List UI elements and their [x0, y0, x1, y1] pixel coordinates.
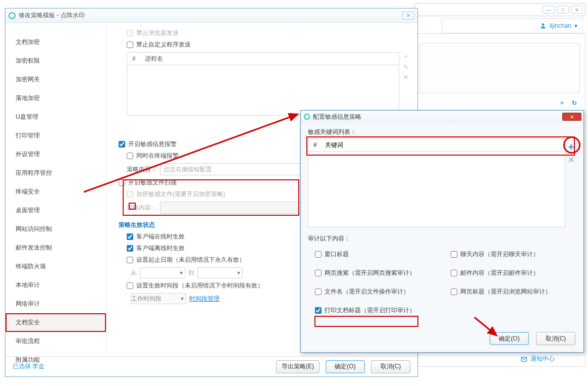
- lbl-offline: 客户端离线时生效: [136, 244, 185, 253]
- mail-icon: [520, 356, 527, 363]
- lbl-web-search: 网页搜索（需开启网页搜索审计）: [325, 269, 415, 277]
- dialog-ok-button[interactable]: 确定(O): [490, 332, 529, 345]
- cb-web-search[interactable]: [315, 270, 322, 276]
- sidebar-item-net-audit[interactable]: 网络审计: [6, 295, 106, 313]
- add-icon[interactable]: ＋: [403, 52, 409, 61]
- sidebar-item-local-audit[interactable]: 本地审计: [6, 276, 106, 295]
- cb-mail[interactable]: [451, 270, 457, 276]
- col-keyword: 关键词: [325, 141, 343, 150]
- cb-chat[interactable]: [451, 251, 457, 258]
- remove-keyword-icon[interactable]: ✕: [568, 156, 574, 164]
- parent-inner-box: [419, 43, 580, 93]
- close-icon[interactable]: ✕: [562, 113, 581, 121]
- col-hash: #: [313, 141, 317, 149]
- delete-icon[interactable]: ✕: [403, 74, 408, 81]
- lbl-mail: 邮件内容（需开启邮件审计）: [460, 269, 539, 277]
- status-text: 已选择 李金: [13, 362, 44, 371]
- lbl-from: 从: [131, 269, 137, 277]
- sidebar-item-encrypt-perm[interactable]: 加密权限: [6, 52, 106, 70]
- policy-content-placeholder: 点击右侧按钮配置: [164, 165, 212, 174]
- user-chip[interactable]: lijinchan ▾: [442, 18, 583, 33]
- cb-win-title[interactable]: [315, 251, 322, 258]
- cb-web-title[interactable]: [451, 288, 457, 295]
- cb-sens-scan[interactable]: [119, 179, 125, 186]
- dialog-cancel-button[interactable]: 取消(C): [536, 332, 575, 345]
- col-proc: 进程名: [145, 55, 163, 63]
- period-manage-link[interactable]: 时间段管理: [189, 295, 220, 303]
- lbl-period: 设置生效时间段（未启用情况下全时间段有效）: [136, 281, 263, 290]
- cb-date-range[interactable]: [127, 257, 133, 263]
- lbl-term-alert: 同时在终端报警: [136, 152, 179, 160]
- export-button[interactable]: 导出策略(E): [276, 360, 319, 373]
- process-table-body[interactable]: [127, 65, 399, 116]
- cb-print-title[interactable]: [315, 307, 322, 314]
- add-icon[interactable]: +: [560, 100, 564, 107]
- lbl-enc-sens: 加密敏感文件(需要开启加密策略): [136, 190, 225, 199]
- sidebar-item-terminal-sec[interactable]: 终端安全: [6, 182, 106, 201]
- sidebar-item-web-access[interactable]: 网站访问控制: [6, 220, 106, 238]
- keyword-list-label: 敏感关键词列表：: [308, 128, 576, 136]
- notification-center[interactable]: 通知中心: [520, 355, 555, 363]
- lbl-print-title: 打印文档标题（需开启打印审计）: [325, 306, 415, 315]
- cb-online[interactable]: [127, 233, 133, 240]
- col-hash: #: [132, 55, 136, 62]
- lbl-filename: 文件名（需开启文件操作审计）: [325, 287, 409, 296]
- sidebar-item-land-encrypt[interactable]: 落地加密: [6, 89, 106, 108]
- cb-browser-label: 禁止浏览器发送: [136, 29, 179, 37]
- sidebar-item-approval[interactable]: 审批流程: [6, 332, 106, 351]
- lbl-web-title: 网页标题（需开启浏览网站审计）: [460, 287, 551, 296]
- close-icon[interactable]: ✕: [402, 12, 414, 20]
- sidebar-item-encrypt-gateway[interactable]: 加密网关: [6, 70, 106, 89]
- sidebar-item-firewall[interactable]: 终端防火墙: [6, 257, 106, 276]
- sidebar-item-app-control[interactable]: 应用程序管控: [6, 164, 106, 182]
- lbl-sens-alert: 开启敏感信息报警: [128, 140, 177, 149]
- sidebar-item-mail-send[interactable]: 邮件发送控制: [6, 238, 106, 257]
- cb-term-alert[interactable]: [127, 153, 133, 159]
- audit-heading: 审计以下内容：: [308, 234, 576, 243]
- cb-time-period[interactable]: [127, 282, 133, 289]
- sidebar-item-print[interactable]: 打印管理: [6, 126, 106, 145]
- period-select[interactable]: 工作时间段▾: [131, 293, 186, 304]
- lbl-online: 客户端在线时生效: [136, 232, 185, 241]
- app-logo-icon: [304, 114, 310, 120]
- keyword-table-body[interactable]: [308, 152, 565, 227]
- lbl-date: 设置起止日期（未启用情况下永久有效）: [136, 256, 245, 264]
- sidebar-item-doc-encrypt[interactable]: 文档加密: [6, 33, 106, 52]
- refresh-icon[interactable]: ↻: [572, 100, 577, 107]
- cancel-button[interactable]: 取消(C): [371, 360, 410, 373]
- edit-icon[interactable]: ✎: [403, 64, 408, 71]
- cb-browser-send[interactable]: [127, 30, 133, 36]
- minimize-icon[interactable]: —: [543, 6, 555, 14]
- maximize-icon[interactable]: □: [557, 6, 569, 14]
- app-logo-icon: [9, 12, 16, 19]
- lbl-policy-content2: 策略内容：: [127, 204, 157, 212]
- sidebar-item-desktop[interactable]: 桌面管理: [6, 201, 106, 220]
- ok-button[interactable]: 确定(O): [326, 360, 365, 373]
- parent-window-controls: — □ ✕: [414, 3, 585, 16]
- sidebar-item-peripheral[interactable]: 外设管理: [6, 145, 106, 164]
- cb-filename[interactable]: [315, 288, 322, 295]
- window-title: 修改策略模板 - 点阵水印: [19, 11, 85, 20]
- dialog-titlebar[interactable]: 配置敏感信息策略 ✕: [301, 111, 583, 123]
- date-to-input[interactable]: ▾: [197, 267, 243, 278]
- cb-sens-alert[interactable]: [119, 141, 125, 148]
- sidebar-item-usb[interactable]: U盘管理: [6, 108, 106, 126]
- user-name: lijinchan: [550, 22, 571, 29]
- cb-custom-send[interactable]: [127, 41, 133, 48]
- date-from-input[interactable]: ▾: [140, 267, 185, 278]
- titlebar[interactable]: 修改策略模板 - 点阵水印 ✕: [6, 9, 417, 23]
- sidebar-item-doc-security[interactable]: 文档安全: [6, 313, 106, 332]
- lbl-policy-content: 策略内容：: [127, 165, 157, 174]
- main-footer: 已选择 李金 导出策略(E) 确定(O) 取消(C): [6, 356, 417, 376]
- add-keyword-icon[interactable]: +: [568, 142, 574, 152]
- user-icon: [540, 22, 547, 29]
- cb-enc-sens[interactable]: [127, 191, 133, 198]
- cb-offline[interactable]: [127, 245, 133, 252]
- cb-custom-label: 禁止自定义程序发送: [136, 40, 191, 49]
- process-table-header: # 进程名: [127, 52, 399, 65]
- lbl-chat: 聊天内容（需开启聊天审计）: [460, 250, 539, 259]
- dialog-title: 配置敏感信息策略: [313, 113, 361, 121]
- notif-label: 通知中心: [530, 355, 555, 363]
- close-icon[interactable]: ✕: [571, 6, 583, 14]
- keyword-table-header: # 关键词: [308, 138, 565, 152]
